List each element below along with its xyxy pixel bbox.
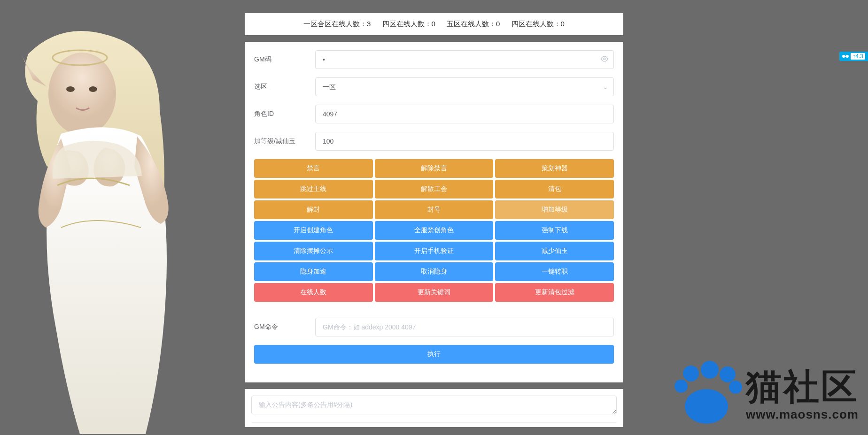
action-button-1-1[interactable]: 解散工会 <box>375 180 494 198</box>
action-button-5-0[interactable]: 隐身加速 <box>254 262 373 281</box>
action-button-6-0[interactable]: 在线人数 <box>254 283 373 302</box>
infinity-icon <box>842 53 849 60</box>
action-button-4-0[interactable]: 清除摆摊公示 <box>254 242 373 260</box>
role-id-input[interactable] <box>315 105 614 123</box>
gm-code-label: GM码 <box>254 55 315 64</box>
action-button-3-0[interactable]: 开启创建角色 <box>254 221 373 240</box>
action-button-3-1[interactable]: 全服禁创角色 <box>375 221 494 240</box>
watermark-title: 猫社区 <box>746 369 859 404</box>
execute-button[interactable]: 执行 <box>254 345 614 364</box>
gm-code-input[interactable] <box>315 50 614 69</box>
character-illustration <box>0 26 207 434</box>
button-grid: 禁言解除禁言策划神器跳过主线解散工会清包解封封号增加等级开启创建角色全服禁创角色… <box>254 159 614 302</box>
bulletin-card <box>245 389 623 427</box>
action-button-2-2[interactable]: 增加等级 <box>495 200 614 219</box>
level-label: 加等级/减仙玉 <box>254 137 315 145</box>
svg-point-1 <box>66 86 75 92</box>
action-button-2-1[interactable]: 封号 <box>375 200 494 219</box>
bulletin-textarea[interactable] <box>251 396 617 414</box>
watermark-url: www.maosns.com <box>746 407 859 422</box>
action-button-5-1[interactable]: 取消隐身 <box>375 262 494 281</box>
watermark: 猫社区 www.maosns.com <box>674 365 859 426</box>
gm-cmd-input[interactable] <box>315 318 614 336</box>
float-badge[interactable]: ↑4.3 <box>839 52 868 61</box>
role-id-label: 角色ID <box>254 110 315 118</box>
svg-point-3 <box>53 50 107 65</box>
action-button-4-1[interactable]: 开启手机验证 <box>375 242 494 260</box>
status-bar: 一区合区在线人数：3 四区在线人数：0 五区在线人数：0 四区在线人数：0 <box>245 13 623 35</box>
action-button-1-0[interactable]: 跳过主线 <box>254 180 373 198</box>
action-button-1-2[interactable]: 清包 <box>495 180 614 198</box>
action-button-0-0[interactable]: 禁言 <box>254 159 373 178</box>
status-zone5: 五区在线人数：0 <box>447 20 500 29</box>
form-card: GM码 选区 一区 ⌄ 角色ID 加等级/减仙玉 <box>245 42 623 382</box>
action-button-6-1[interactable]: 更新关键词 <box>375 283 494 302</box>
svg-point-2 <box>89 86 97 92</box>
action-button-4-2[interactable]: 减少仙玉 <box>495 242 614 260</box>
zone-select[interactable]: 一区 <box>315 77 614 96</box>
svg-point-0 <box>48 53 116 135</box>
status-zone4b: 四区在线人数：0 <box>512 20 565 29</box>
level-input[interactable] <box>315 132 614 151</box>
admin-panel: 一区合区在线人数：3 四区在线人数：0 五区在线人数：0 四区在线人数：0 GM… <box>245 13 623 427</box>
action-button-0-2[interactable]: 策划神器 <box>495 159 614 178</box>
action-button-0-1[interactable]: 解除禁言 <box>375 159 494 178</box>
action-button-3-2[interactable]: 强制下线 <box>495 221 614 240</box>
status-zone1: 一区合区在线人数：3 <box>303 20 371 29</box>
action-button-5-2[interactable]: 一键转职 <box>495 262 614 281</box>
action-button-2-0[interactable]: 解封 <box>254 200 373 219</box>
eye-icon[interactable] <box>601 55 608 64</box>
gm-cmd-label: GM命令 <box>254 323 315 331</box>
zone-label: 选区 <box>254 83 315 91</box>
svg-point-4 <box>604 58 605 60</box>
paw-icon <box>674 365 739 426</box>
status-zone4a: 四区在线人数：0 <box>382 20 435 29</box>
action-button-6-2[interactable]: 更新清包过滤 <box>495 283 614 302</box>
